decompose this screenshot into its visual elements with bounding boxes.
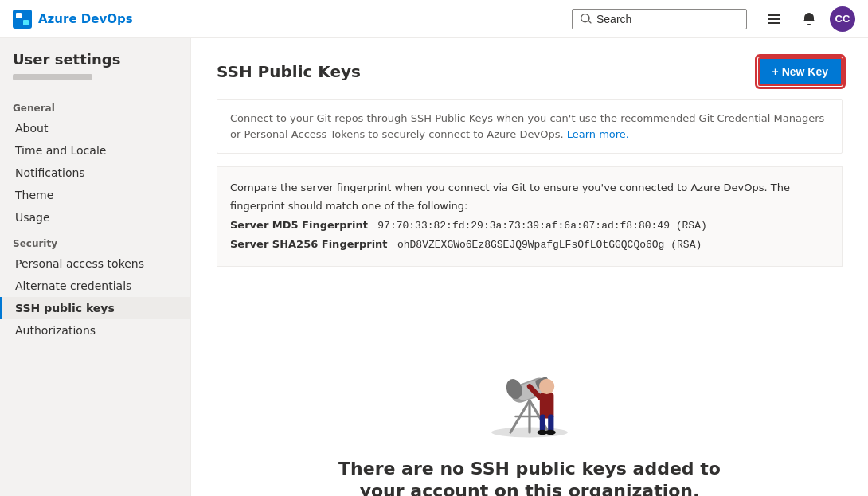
- list-icon: [768, 13, 780, 25]
- sidebar-item-ssh-public-keys[interactable]: SSH public keys: [0, 297, 190, 319]
- topnav-actions: CC: [760, 5, 855, 33]
- bell-icon: [803, 13, 815, 25]
- notification-icon-button[interactable]: [795, 5, 823, 33]
- fingerprint-sha256-value: ohD8VZEXGWo6Ez8GSEJQ9WpafgLFsOfLOtGGQCQo…: [397, 239, 702, 251]
- page-title: SSH Public Keys: [217, 62, 361, 81]
- main-layout: User settings General About Time and Loc…: [0, 38, 868, 496]
- sidebar-user-placeholder: [13, 74, 92, 80]
- sidebar-section-general: General: [0, 93, 190, 117]
- fingerprint-md5-value: 97:70:33:82:fd:29:3a:73:39:af:6a:07:ad:f…: [377, 220, 706, 232]
- sidebar-item-personal-access-tokens[interactable]: Personal access tokens: [0, 252, 190, 275]
- empty-state-title: There are no SSH public keys added to yo…: [338, 458, 721, 496]
- info-description: Connect to your Git repos through SSH Pu…: [230, 111, 829, 142]
- sidebar-item-usage[interactable]: Usage: [0, 206, 190, 228]
- logo-icon: [13, 10, 32, 29]
- fingerprint-intro: Compare the server fingerprint when you …: [230, 178, 829, 216]
- search-box[interactable]: [572, 9, 747, 29]
- app-logo: Azure DevOps: [13, 10, 133, 29]
- telescope-illustration: [466, 311, 593, 439]
- top-navigation: Azure DevOps CC: [0, 0, 868, 38]
- main-content: SSH Public Keys + New Key Connect to you…: [191, 38, 868, 496]
- sidebar-item-notifications[interactable]: Notifications: [0, 162, 190, 184]
- sidebar-item-theme[interactable]: Theme: [0, 184, 190, 206]
- sidebar-section-security: Security: [0, 228, 190, 252]
- sidebar-item-time-locale[interactable]: Time and Locale: [0, 139, 190, 162]
- sidebar: User settings General About Time and Loc…: [0, 38, 191, 496]
- sidebar-item-about[interactable]: About: [0, 117, 190, 139]
- svg-point-15: [545, 429, 556, 434]
- fingerprint-box: Compare the server fingerprint when you …: [217, 166, 843, 267]
- app-name: Azure DevOps: [38, 12, 133, 26]
- page-header: SSH Public Keys + New Key: [217, 57, 843, 86]
- fingerprint-md5: Server MD5 Fingerprint 97:70:33:82:fd:29…: [230, 216, 829, 235]
- info-box: Connect to your Git repos through SSH Pu…: [217, 99, 843, 154]
- sidebar-title: User settings: [0, 51, 190, 74]
- svg-rect-10: [540, 414, 545, 432]
- new-key-button[interactable]: + New Key: [758, 57, 843, 86]
- svg-point-12: [539, 378, 554, 393]
- svg-rect-11: [548, 414, 553, 432]
- list-icon-button[interactable]: [760, 5, 788, 33]
- sidebar-item-alternate-credentials[interactable]: Alternate credentials: [0, 275, 190, 297]
- sidebar-item-authorizations[interactable]: Authorizations: [0, 319, 190, 342]
- empty-state: There are no SSH public keys added to yo…: [217, 279, 843, 496]
- fingerprint-sha256: Server SHA256 Fingerprint ohD8VZEXGWo6Ez…: [230, 235, 829, 254]
- search-input[interactable]: [596, 13, 738, 25]
- learn-more-link[interactable]: Learn more.: [567, 128, 629, 140]
- user-avatar[interactable]: CC: [830, 6, 855, 32]
- search-icon: [581, 14, 592, 25]
